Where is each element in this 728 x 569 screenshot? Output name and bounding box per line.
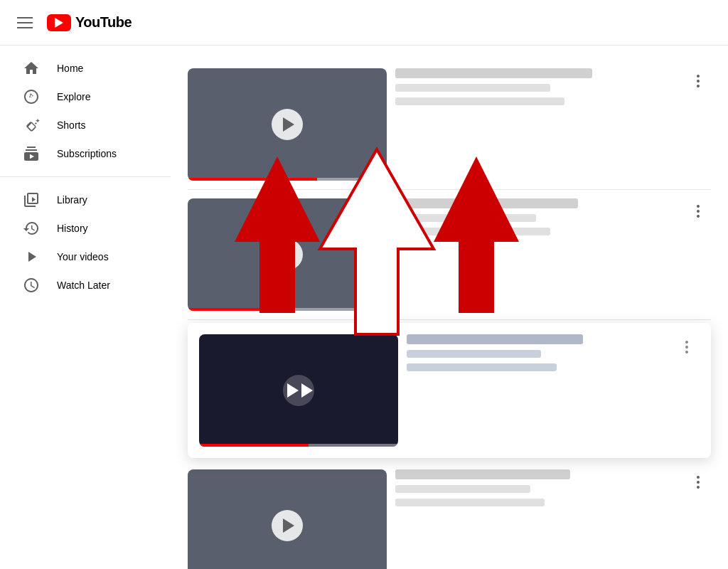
shorts-icon <box>23 117 40 134</box>
sidebar-item-history[interactable]: History <box>6 214 165 243</box>
sidebar-label-history: History <box>57 223 88 234</box>
progress-bar-3 <box>199 444 309 447</box>
menu-button[interactable] <box>11 11 38 34</box>
video-item-3 <box>188 323 711 458</box>
play-button-3[interactable] <box>283 375 314 406</box>
video-list <box>188 60 711 569</box>
sidebar-item-subscriptions[interactable]: Subscriptions <box>6 139 165 168</box>
video-item-2 <box>188 190 711 320</box>
thumbnail-3[interactable] <box>199 334 398 447</box>
dot <box>697 85 700 87</box>
skeleton-line-1b <box>395 97 564 105</box>
thumbnail-1[interactable] <box>188 68 387 181</box>
dot <box>697 215 700 218</box>
dot <box>697 210 700 213</box>
play-button-4[interactable] <box>272 510 303 541</box>
skeleton-title-2 <box>395 198 578 208</box>
sidebar-label-subscriptions: Subscriptions <box>57 148 117 159</box>
thumbnail-2[interactable] <box>188 198 387 311</box>
sidebar-item-watch-later[interactable]: Watch Later <box>6 271 165 299</box>
skeleton-title-4 <box>395 469 570 479</box>
sidebar-label-library: Library <box>57 194 87 206</box>
logo-text: YouTube <box>75 14 132 31</box>
sidebar-item-explore[interactable]: Explore <box>6 83 165 111</box>
subscriptions-icon <box>23 145 40 162</box>
video-info-4 <box>387 469 685 506</box>
dot <box>697 481 700 484</box>
dot <box>697 486 700 489</box>
sidebar-item-shorts[interactable]: Shorts <box>6 111 165 139</box>
skeleton-line-3a <box>407 350 541 358</box>
video-item-1 <box>188 60 711 190</box>
more-button-2[interactable] <box>685 198 711 224</box>
more-button-3[interactable] <box>674 334 700 360</box>
skeleton-line-4a <box>395 485 530 493</box>
history-icon <box>23 220 40 237</box>
sidebar-label-explore: Explore <box>57 91 90 102</box>
dot <box>685 346 688 349</box>
dot <box>685 351 688 353</box>
more-button-1[interactable] <box>685 68 711 94</box>
dot <box>697 80 700 83</box>
sidebar-label-shorts: Shorts <box>57 119 85 131</box>
your-videos-icon <box>23 248 40 265</box>
dot <box>697 205 700 208</box>
main-content <box>171 46 728 569</box>
skeleton-title-3 <box>407 334 583 344</box>
video-item-4 <box>188 461 711 569</box>
dot <box>685 341 688 344</box>
logo[interactable]: YouTube <box>47 14 132 31</box>
progress-bar-1 <box>188 178 317 181</box>
sidebar-label-your-videos: Your videos <box>57 251 109 262</box>
sidebar-item-library[interactable]: Library <box>6 186 165 214</box>
home-icon <box>23 60 40 77</box>
skeleton-line-1a <box>395 84 550 92</box>
play-button-1[interactable] <box>272 109 303 140</box>
youtube-logo-icon <box>47 14 71 31</box>
dot <box>697 476 700 479</box>
skeleton-line-3b <box>407 363 557 371</box>
sidebar-divider <box>0 176 171 177</box>
library-icon <box>23 191 40 208</box>
thumbnail-4[interactable] <box>188 469 387 569</box>
progress-bar-2 <box>188 308 267 311</box>
more-button-4[interactable] <box>685 469 711 495</box>
video-info-1 <box>387 68 685 105</box>
skeleton-title-1 <box>395 68 592 78</box>
play-button-2[interactable] <box>272 239 303 270</box>
header: YouTube <box>0 0 728 46</box>
sidebar-item-home[interactable]: Home <box>6 54 165 83</box>
skeleton-line-2b <box>395 228 550 235</box>
video-info-3 <box>398 334 674 371</box>
dot <box>697 75 700 78</box>
watch-later-icon <box>23 277 40 294</box>
sidebar: Home Explore Shorts Subscriptions Librar… <box>0 46 171 569</box>
sidebar-item-your-videos[interactable]: Your videos <box>6 243 165 271</box>
explore-icon <box>23 88 40 105</box>
sidebar-label-home: Home <box>57 63 83 74</box>
skeleton-line-4b <box>395 499 545 506</box>
skeleton-line-2a <box>395 214 536 222</box>
sidebar-label-watch-later: Watch Later <box>57 280 110 291</box>
video-info-2 <box>387 198 685 235</box>
